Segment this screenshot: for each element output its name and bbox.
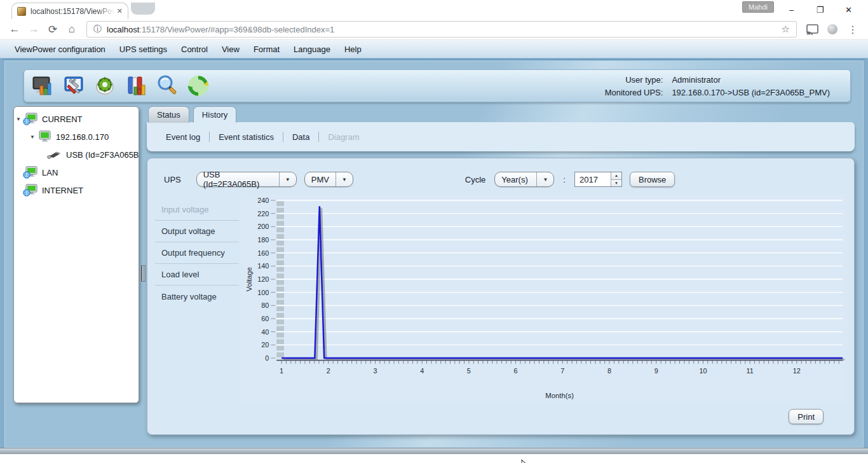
tree-item-label: 192.168.0.170 bbox=[56, 132, 109, 142]
profile-chip[interactable]: Mahdi bbox=[742, 1, 774, 13]
workspace: ▼ CURRENT ▼ 192.168.0.170 USB (Id=2F3A06… bbox=[12, 106, 856, 435]
cycle-dropdown[interactable]: Year(s) ▼ bbox=[494, 172, 554, 187]
browser-titlebar: localhost:15178/ViewPow ✕ Mahdi – ❐ ✕ bbox=[0, 0, 868, 19]
chart-menu-input-voltage: Input voltage bbox=[155, 199, 239, 221]
restore-button[interactable]: ❐ bbox=[806, 5, 834, 15]
svg-text:9: 9 bbox=[654, 367, 658, 375]
ups-device-dropdown[interactable]: USB (Id=2F3A065B) ▼ bbox=[196, 172, 297, 187]
svg-text:200: 200 bbox=[257, 223, 269, 230]
tree-item-label: CURRENT bbox=[42, 114, 83, 124]
chart-menu-output-frequency[interactable]: Output frequency bbox=[155, 242, 239, 264]
menu-language[interactable]: Language bbox=[287, 45, 337, 54]
screen-tools-icon[interactable] bbox=[61, 73, 86, 99]
search-magnifier-icon[interactable] bbox=[154, 73, 180, 99]
svg-text:8: 8 bbox=[607, 367, 611, 375]
menu-viewpower-configuration[interactable]: ViewPower configuration bbox=[8, 45, 112, 54]
spin-down-icon[interactable]: ▼ bbox=[611, 179, 621, 187]
print-button[interactable]: Print bbox=[789, 409, 824, 424]
device-tree-panel: ▼ CURRENT ▼ 192.168.0.170 USB (Id=2F3A06… bbox=[13, 106, 139, 403]
colon-separator: : bbox=[563, 175, 566, 184]
tree-item-host[interactable]: ▼ 192.168.0.170 bbox=[14, 128, 139, 146]
svg-text:20: 20 bbox=[261, 341, 269, 349]
menu-format[interactable]: Format bbox=[247, 45, 287, 54]
gear-disc-icon[interactable] bbox=[92, 73, 118, 99]
chart-region: Input voltage Output voltage Output freq… bbox=[155, 194, 846, 405]
svg-text:6: 6 bbox=[514, 367, 518, 375]
menu-control[interactable]: Control bbox=[174, 45, 215, 54]
browse-button[interactable]: Browse bbox=[630, 172, 675, 187]
tree-item-lan[interactable]: LAN bbox=[14, 163, 139, 181]
chart-menu-load-level[interactable]: Load level bbox=[155, 264, 239, 286]
tab-history[interactable]: History bbox=[193, 106, 236, 123]
spin-up-icon[interactable]: ▲ bbox=[611, 172, 621, 179]
svg-text:4: 4 bbox=[420, 367, 424, 375]
app-toolbar: User type: Administrator Monitored UPS: … bbox=[24, 69, 851, 102]
menu-view[interactable]: View bbox=[215, 45, 247, 54]
tree-item-usb[interactable]: USB (Id=2F3A065B_P bbox=[14, 146, 139, 163]
mouse-cursor bbox=[521, 459, 530, 463]
voltage-chart: 0204060801001201401601802002202401234567… bbox=[241, 194, 846, 404]
back-button[interactable]: ← bbox=[5, 23, 24, 36]
tree-item-label: LAN bbox=[42, 168, 58, 177]
favicon-icon bbox=[17, 7, 26, 16]
monitor-chart-icon[interactable] bbox=[30, 73, 55, 99]
year-input[interactable] bbox=[575, 172, 611, 186]
minimize-button[interactable]: – bbox=[777, 5, 806, 15]
svg-text:180: 180 bbox=[257, 236, 269, 244]
monitored-ups-label: Monitored UPS: bbox=[605, 88, 663, 97]
print-row: Print bbox=[155, 405, 824, 428]
svg-text:80: 80 bbox=[261, 301, 269, 309]
subtab-data[interactable]: Data bbox=[283, 132, 318, 142]
ups-model-dropdown[interactable]: PMV ▼ bbox=[304, 172, 353, 187]
window-controls: – ❐ ✕ bbox=[777, 0, 863, 19]
cycle-value: Year(s) bbox=[495, 175, 536, 184]
home-button[interactable]: ⌂ bbox=[62, 23, 81, 36]
refresh-arrows-icon[interactable] bbox=[186, 73, 211, 99]
tab-status[interactable]: Status bbox=[148, 106, 189, 123]
reload-button[interactable]: ⟳ bbox=[43, 23, 62, 36]
main-area: Status History Event log Event statistic… bbox=[147, 106, 855, 435]
usb-plug-icon bbox=[47, 148, 62, 161]
menu-ups-settings[interactable]: UPS settings bbox=[112, 45, 174, 54]
cycle-label: Cycle bbox=[465, 175, 486, 184]
extension-icon[interactable] bbox=[822, 24, 843, 34]
chart-menu-battery-voltage[interactable]: Battery voltage bbox=[155, 286, 239, 307]
address-bar[interactable]: ⓘ localhost :15178/ViewPower/#app=369&98… bbox=[86, 21, 797, 38]
tab-close-icon[interactable]: ✕ bbox=[117, 7, 123, 15]
close-button[interactable]: ✕ bbox=[834, 5, 863, 15]
svg-text:11: 11 bbox=[747, 367, 754, 375]
subtab-event-log[interactable]: Event log bbox=[157, 132, 209, 142]
tree-item-current[interactable]: ▼ CURRENT bbox=[14, 110, 139, 128]
ups-device-value: USB (Id=2F3A065B) bbox=[197, 170, 279, 189]
chevron-down-icon: ▼ bbox=[336, 172, 353, 186]
svg-text:12: 12 bbox=[793, 367, 801, 375]
page-info-icon[interactable]: ⓘ bbox=[93, 24, 102, 35]
browser-tab[interactable]: localhost:15178/ViewPow ✕ bbox=[11, 3, 128, 19]
browser-menu-icon[interactable]: ⋮ bbox=[843, 24, 863, 36]
report-books-icon[interactable] bbox=[123, 73, 149, 99]
forward-button: → bbox=[24, 23, 43, 36]
expand-arrow-icon[interactable]: ▼ bbox=[14, 116, 23, 122]
subtab-diagram: Diagram bbox=[319, 132, 368, 142]
tab-title: localhost:15178/ViewPow bbox=[31, 7, 114, 16]
splitter-grip-icon[interactable] bbox=[141, 265, 146, 282]
panel-splitter[interactable] bbox=[139, 106, 147, 435]
svg-text:220: 220 bbox=[257, 210, 269, 218]
browser-urlbar: ← → ⟳ ⌂ ⓘ localhost :15178/ViewPower/#ap… bbox=[0, 19, 868, 40]
svg-text:2: 2 bbox=[327, 367, 330, 375]
chevron-down-icon: ▼ bbox=[279, 172, 296, 186]
menu-help[interactable]: Help bbox=[337, 45, 369, 54]
bookmark-star-icon[interactable]: ☆ bbox=[782, 24, 790, 35]
svg-text:7: 7 bbox=[560, 367, 564, 375]
svg-text:0: 0 bbox=[265, 354, 269, 362]
cast-icon[interactable] bbox=[802, 24, 822, 35]
query-controls: UPS USB (Id=2F3A065B) ▼ PMV ▼ Cycle Year… bbox=[155, 169, 846, 190]
tree-item-label: USB (Id=2F3A065B_P bbox=[66, 150, 139, 160]
svg-text:3: 3 bbox=[373, 367, 377, 375]
network-computer-icon bbox=[23, 166, 38, 179]
chart-menu-output-voltage[interactable]: Output voltage bbox=[155, 221, 239, 242]
tree-item-internet[interactable]: INTERNET bbox=[14, 181, 139, 199]
subtab-event-statistics[interactable]: Event statistics bbox=[210, 132, 283, 142]
expand-arrow-icon[interactable]: ▼ bbox=[28, 134, 37, 140]
background-tab-stub[interactable] bbox=[131, 3, 155, 15]
